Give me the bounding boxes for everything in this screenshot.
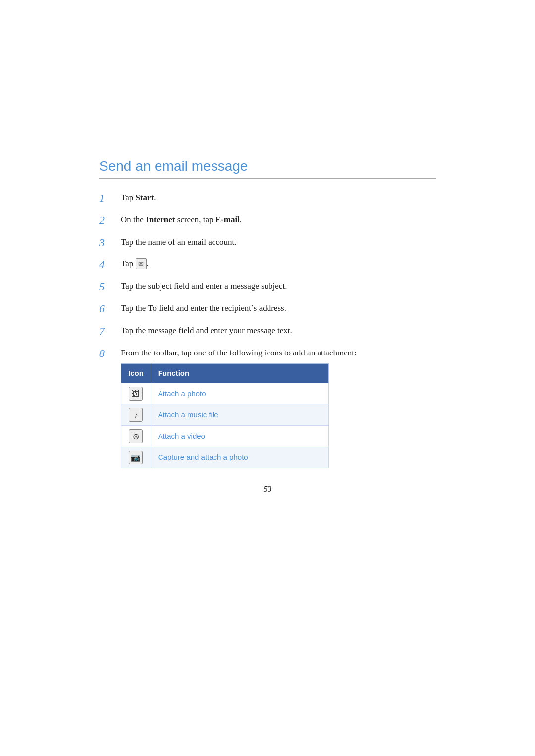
compose-icon: ✉ xyxy=(136,258,147,269)
camera-function: Capture and attach a photo xyxy=(151,447,328,468)
photo-icon: 🖼 xyxy=(129,387,143,401)
step-text-5: Tap the subject field and enter a messag… xyxy=(121,279,436,293)
step-text-3: Tap the name of an email account. xyxy=(121,235,436,249)
step-text-8: From the toolbar, tap one of the followi… xyxy=(121,346,436,468)
music-icon-cell: ♪ xyxy=(121,404,151,425)
step-number-4: 4 xyxy=(99,257,117,272)
step-number-2: 2 xyxy=(99,213,117,228)
music-icon: ♪ xyxy=(129,408,143,422)
table-row: 📷 Capture and attach a photo xyxy=(121,447,329,468)
step-text-6: Tap the To field and enter the recipient… xyxy=(121,302,436,315)
photo-function: Attach a photo xyxy=(151,383,328,404)
table-row: ♪ Attach a music file xyxy=(121,404,329,425)
step-number-6: 6 xyxy=(99,302,117,317)
step-text-2: On the Internet screen, tap E-mail. xyxy=(121,213,436,226)
step-text-4: Tap ✉. xyxy=(121,257,436,270)
camera-icon: 📷 xyxy=(129,451,143,464)
table-row: 🖼 Attach a photo xyxy=(121,383,329,404)
table-header-icon: Icon xyxy=(121,363,151,383)
step-number-1: 1 xyxy=(99,191,117,206)
table-row: ⊛ Attach a video xyxy=(121,425,329,447)
step-6: 6 Tap the To field and enter the recipie… xyxy=(99,302,436,317)
step-3: 3 Tap the name of an email account. xyxy=(99,235,436,251)
step-1: 1 Tap Start. xyxy=(99,191,436,206)
steps-list: 1 Tap Start. 2 On the Internet screen, t… xyxy=(99,191,436,468)
step-text-7: Tap the message field and enter your mes… xyxy=(121,324,436,337)
table-header-function: Function xyxy=(151,363,328,383)
music-function: Attach a music file xyxy=(151,404,328,425)
step-5: 5 Tap the subject field and enter a mess… xyxy=(99,279,436,295)
video-function: Attach a video xyxy=(151,425,328,447)
photo-icon-cell: 🖼 xyxy=(121,383,151,404)
camera-icon-cell: 📷 xyxy=(121,447,151,468)
video-icon-cell: ⊛ xyxy=(121,425,151,447)
attachment-table: Icon Function 🖼 Attach a photo xyxy=(121,363,329,468)
step-8: 8 From the toolbar, tap one of the follo… xyxy=(99,346,436,468)
step-2: 2 On the Internet screen, tap E-mail. xyxy=(99,213,436,228)
step-number-8: 8 xyxy=(99,346,117,361)
step-number-5: 5 xyxy=(99,279,117,295)
section-title: Send an email message xyxy=(99,158,436,179)
video-icon: ⊛ xyxy=(129,429,143,443)
step-7: 7 Tap the message field and enter your m… xyxy=(99,324,436,339)
page: Send an email message 1 Tap Start. 2 On … xyxy=(0,0,535,756)
step-4: 4 Tap ✉. xyxy=(99,257,436,272)
page-number: 53 xyxy=(99,484,436,494)
step-text-1: Tap Start. xyxy=(121,191,436,204)
step-number-3: 3 xyxy=(99,235,117,251)
step-number-7: 7 xyxy=(99,324,117,339)
